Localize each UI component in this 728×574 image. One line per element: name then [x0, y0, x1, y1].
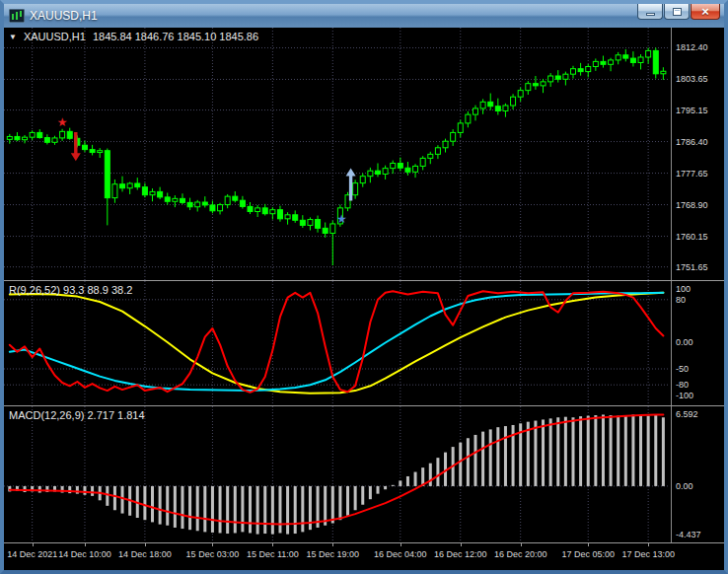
time-label: 17 Dec 05:00	[561, 549, 615, 559]
time-label: 15 Dec 11:00	[247, 549, 299, 559]
app-icon[interactable]	[9, 9, 25, 23]
svg-text:100: 100	[676, 284, 691, 294]
grid-layer	[4, 28, 669, 280]
time-label: 14 Dec 10:00	[58, 549, 111, 559]
time-label: 14 Dec 2021	[7, 549, 57, 559]
minimize-button[interactable]	[637, 4, 663, 20]
close-icon: ×	[701, 5, 709, 18]
svg-text:6.592: 6.592	[676, 409, 698, 419]
caption-buttons: ×	[637, 4, 720, 20]
time-axis-tick	[461, 543, 462, 546]
symbol-dropdown-icon[interactable]: ▼	[9, 33, 17, 41]
chart-window: XAUUSD,H1 × 1812.401803.651795.151786.40…	[0, 0, 728, 574]
time-label: 15 Dec 03:00	[186, 549, 240, 559]
svg-text:-50: -50	[676, 364, 689, 374]
time-axis-tick	[648, 543, 649, 546]
time-label: 16 Dec 12:00	[434, 549, 487, 559]
time-axis-tick	[521, 543, 522, 546]
time-axis-tick	[33, 543, 34, 546]
time-axis-tick	[400, 543, 401, 546]
signal-markers-layer: ★★	[57, 115, 356, 226]
wpr-chart-svg[interactable]: 100800.00-50-80-100	[4, 281, 724, 405]
svg-text:1751.65: 1751.65	[676, 262, 708, 272]
time-axis-tick	[588, 543, 589, 546]
svg-text:1795.15: 1795.15	[676, 106, 708, 115]
svg-text:-4.437: -4.437	[676, 530, 701, 539]
restore-icon	[673, 8, 682, 16]
close-button[interactable]: ×	[691, 4, 720, 20]
buy-star-marker: ★	[336, 212, 347, 226]
svg-text:1812.40: 1812.40	[676, 42, 708, 52]
svg-text:-80: -80	[676, 380, 689, 390]
svg-text:-100: -100	[676, 391, 693, 400]
svg-text:1777.65: 1777.65	[676, 169, 708, 179]
time-label: 16 Dec 20:00	[494, 549, 547, 559]
time-axis-tick	[332, 543, 333, 546]
time-label: 16 Dec 04:00	[374, 549, 427, 559]
svg-text:0.00: 0.00	[676, 481, 693, 491]
macd-histogram-layer	[8, 414, 665, 534]
restore-button[interactable]	[664, 4, 690, 20]
time-axis[interactable]: 14 Dec 202114 Dec 10:0014 Dec 18:0015 De…	[4, 543, 724, 571]
grid-layer	[4, 406, 669, 542]
candles-layer	[7, 47, 666, 265]
main-chart-svg[interactable]: 1812.401803.651795.151786.401777.651768.…	[4, 28, 724, 280]
macd-chart-svg[interactable]: 6.5920.00-4.437	[4, 406, 724, 542]
window-title: XAUUSD,H1	[30, 9, 98, 23]
chart-client-area: 1812.401803.651795.151786.401777.651768.…	[4, 28, 724, 570]
time-label: 15 Dec 19:00	[307, 549, 360, 559]
time-label: 14 Dec 18:00	[118, 549, 172, 559]
macd-panel: 6.5920.00-4.437 MACD(12,26,9) 2.717 1.81…	[4, 406, 724, 542]
svg-text:80: 80	[676, 295, 686, 305]
time-axis-tick	[85, 543, 86, 546]
time-label: 17 Dec 13:00	[621, 549, 675, 559]
sell-star-marker: ★	[57, 115, 68, 129]
titlebar[interactable]: XAUUSD,H1 ×	[4, 4, 724, 28]
price-panel: 1812.401803.651795.151786.401777.651768.…	[4, 28, 724, 280]
time-axis-tick	[145, 543, 146, 546]
svg-text:1786.40: 1786.40	[676, 137, 708, 147]
time-axis-tick	[212, 543, 213, 546]
svg-text:1803.65: 1803.65	[676, 74, 708, 84]
grid-layer	[4, 281, 669, 405]
svg-text:0.00: 0.00	[676, 337, 693, 347]
svg-text:1768.90: 1768.90	[676, 200, 708, 210]
time-axis-tick	[272, 543, 273, 546]
wpr-panel: 100800.00-50-80-100 R(9,26,52) 93.3 88.9…	[4, 281, 724, 405]
svg-text:1760.15: 1760.15	[676, 232, 708, 242]
minimize-icon	[646, 13, 655, 16]
